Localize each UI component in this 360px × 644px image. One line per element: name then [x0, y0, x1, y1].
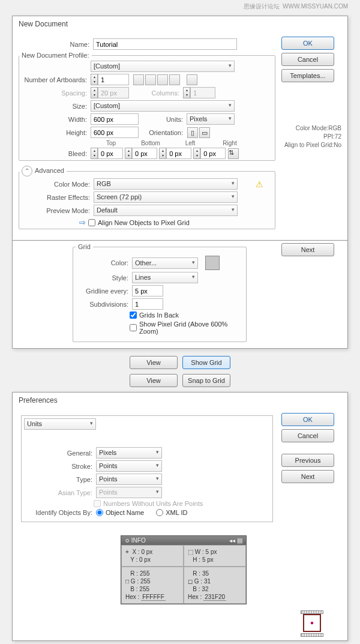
- page-header: 思缘设计论坛 WWW.MISSYUAN.COM: [0, 0, 360, 13]
- col-icon[interactable]: [169, 74, 180, 85]
- prefs-section-select[interactable]: Units: [24, 418, 96, 430]
- info-stroke-cell: R : 35 ◻ G : 31 B : 32 Hex : 231F20: [184, 567, 246, 604]
- artboards-input[interactable]: [98, 74, 129, 85]
- prefs-previous-button[interactable]: Previous: [281, 454, 334, 467]
- preview-label: Preview Mode:: [22, 207, 94, 214]
- grid-every-input[interactable]: [132, 285, 163, 296]
- row-icon[interactable]: [157, 74, 168, 85]
- bleed-headers: TopBottomLeftRight: [91, 140, 275, 146]
- columns-spinner: ▴▾: [183, 87, 190, 98]
- view-snapgrid-bar: View Snap to Grid: [0, 374, 360, 387]
- warning-icon: ⚠: [256, 179, 263, 189]
- grid-color-swatch[interactable]: [205, 256, 220, 270]
- height-input[interactable]: [91, 127, 139, 138]
- view-button-2[interactable]: View: [130, 374, 178, 387]
- general-select[interactable]: Pixels: [96, 447, 162, 459]
- snap-to-grid-button[interactable]: Snap to Grid: [182, 374, 230, 387]
- cancel-button[interactable]: Cancel: [281, 53, 334, 66]
- show-pixel-grid-label: Show Pixel Grid (Above 600% Zoom): [139, 320, 241, 335]
- grids-in-back-checkbox[interactable]: [130, 311, 137, 319]
- prefs-box: Units General: Pixels Stroke: Points Typ…: [21, 415, 273, 522]
- profile-fieldset: New Document Profile: [Custom] Number of…: [19, 52, 275, 161]
- type-label: Type:: [24, 476, 96, 483]
- link-bleed-icon[interactable]: ⇅: [228, 148, 239, 159]
- info-wh-cell: ⬚ W : 5 px H : 5 px: [184, 545, 246, 567]
- grid-color-select[interactable]: Other...: [132, 257, 198, 269]
- grid-dialog: Grid Color: Other... Style: Lines Gridli…: [12, 241, 348, 349]
- prefs-ok-button[interactable]: OK: [281, 413, 334, 426]
- size-label: Size:: [22, 103, 91, 110]
- orientation-label: Orientation:: [139, 129, 187, 136]
- grid-style-select[interactable]: Lines: [132, 272, 198, 283]
- raster-label: Raster Effects:: [22, 194, 94, 201]
- align-pixel-grid-checkbox[interactable]: [88, 219, 95, 226]
- grid-next-button[interactable]: Next: [281, 243, 334, 256]
- height-label: Height:: [22, 129, 91, 136]
- portrait-icon[interactable]: ▯: [187, 127, 198, 138]
- header-left: 思缘设计论坛: [244, 3, 280, 10]
- bleed-left-input[interactable]: [166, 148, 191, 159]
- nwu-label: Numbers Without Units Are Points: [103, 500, 203, 507]
- profile-label: New Document Profile:: [19, 52, 92, 59]
- info-panel-title: ≎ INFO: [125, 537, 146, 544]
- general-label: General:: [24, 450, 96, 457]
- grid-by-col-icon[interactable]: [145, 74, 156, 85]
- bleed-bottom-input[interactable]: [132, 148, 157, 159]
- info-panel-collapse-icon[interactable]: ◂◂ ▤: [229, 537, 242, 544]
- width-input[interactable]: [91, 113, 139, 125]
- artboard-arrange-icons: [133, 74, 181, 85]
- spacing-input: [98, 87, 129, 98]
- direction-icon[interactable]: [187, 74, 197, 85]
- view-button-1[interactable]: View: [130, 356, 178, 369]
- preview-select[interactable]: Default: [94, 205, 238, 216]
- info-panel: ≎ INFO ◂◂ ▤ + X : 0 px Y : 0 px ⬚ W : 5 …: [121, 535, 247, 604]
- preferences-dialog: Preferences Units General: Pixels Stroke…: [12, 392, 348, 641]
- nwu-checkbox: [94, 500, 101, 507]
- grid-legend: Grid: [76, 243, 93, 250]
- grid-style-label: Style:: [78, 274, 132, 281]
- grid-by-row-icon[interactable]: [133, 74, 144, 85]
- new-document-dialog: New Document Name: New Document Profile:…: [12, 16, 348, 241]
- stroke-label: Stroke:: [24, 463, 96, 470]
- grid-color-label: Color:: [78, 259, 132, 266]
- sample-swatch: [303, 614, 321, 632]
- xml-id-radio[interactable]: [156, 509, 163, 516]
- templates-button[interactable]: Templates...: [281, 69, 334, 82]
- show-pixel-grid-checkbox[interactable]: [130, 324, 137, 331]
- asian-select: Points: [96, 487, 162, 498]
- prefs-next-button[interactable]: Next: [281, 470, 334, 483]
- info-text: Color Mode:RGB PPI:72 Align to Pixel Gri…: [281, 124, 341, 149]
- advanced-expander[interactable]: ⌃: [22, 166, 32, 176]
- colormode-select[interactable]: RGB: [94, 178, 238, 190]
- units-label: Units:: [139, 116, 187, 123]
- grid-sub-label: Subdivisions:: [78, 301, 132, 308]
- xml-id-label: XML ID: [166, 509, 187, 516]
- info-fill-cell: R : 255 □ G : 255 B : 255 Hex : FFFFFF: [121, 567, 184, 604]
- prefs-cancel-button[interactable]: Cancel: [281, 429, 334, 442]
- artboards-spinner[interactable]: ▴▾: [91, 74, 98, 85]
- show-grid-button[interactable]: Show Grid: [182, 356, 230, 369]
- align-pixel-grid-label: Align New Objects to Pixel Grid: [98, 219, 190, 226]
- artboards-label: Number of Artboards:: [22, 76, 91, 83]
- profile-select[interactable]: [Custom]: [91, 61, 235, 72]
- columns-label: Columns:: [129, 89, 183, 97]
- bleed-top-input[interactable]: [98, 148, 123, 159]
- units-select[interactable]: Pixels: [187, 113, 235, 125]
- bleed-right-input[interactable]: [200, 148, 226, 159]
- raster-select[interactable]: Screen (72 ppi): [94, 191, 238, 203]
- object-name-radio[interactable]: [96, 509, 103, 516]
- columns-input: [190, 87, 215, 98]
- bleed-label: Bleed:: [22, 150, 91, 157]
- name-input[interactable]: [93, 38, 237, 50]
- width-label: Width:: [22, 116, 91, 123]
- dialog-title: New Document: [13, 16, 347, 32]
- prefs-title: Preferences: [13, 393, 347, 408]
- landscape-icon[interactable]: ▭: [199, 127, 210, 138]
- size-select[interactable]: [Custom]: [91, 100, 235, 112]
- ok-button[interactable]: OK: [281, 37, 334, 50]
- grid-sub-input[interactable]: [132, 298, 163, 310]
- stroke-select[interactable]: Points: [96, 460, 162, 472]
- type-select[interactable]: Points: [96, 474, 162, 485]
- colormode-label: Color Mode:: [22, 181, 94, 188]
- advanced-legend: ⌃Advanced: [19, 166, 67, 176]
